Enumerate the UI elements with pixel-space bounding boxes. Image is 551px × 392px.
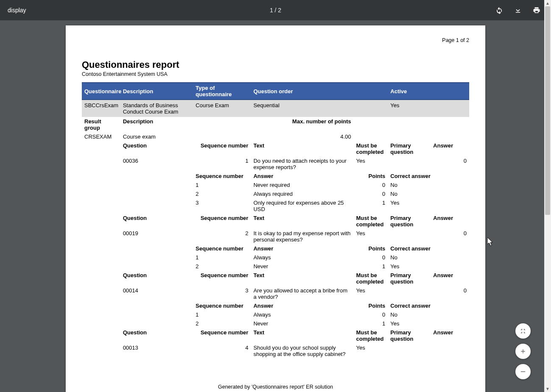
label-answer: Answer bbox=[431, 214, 469, 229]
download-icon[interactable] bbox=[514, 6, 522, 14]
answer-correct: Yes bbox=[388, 198, 469, 214]
question-answer-value: 0 bbox=[431, 286, 469, 301]
question-seq: 1 bbox=[193, 156, 251, 172]
answer-seq: 2 bbox=[193, 189, 251, 198]
answer-seq: 2 bbox=[193, 319, 251, 328]
page-1: Page 1 of 2 Questionnaires report Contos… bbox=[66, 25, 485, 392]
answer-points: 0 bbox=[353, 253, 388, 262]
floating-buttons bbox=[515, 323, 531, 379]
label-must-complete: Must be completed bbox=[353, 141, 388, 156]
label-ans-points: Points bbox=[353, 172, 388, 181]
zoom-out-button[interactable] bbox=[515, 364, 531, 379]
document-title: display bbox=[5, 7, 26, 14]
label-ans-seq: Sequence number bbox=[193, 244, 251, 253]
question-answer-value bbox=[431, 343, 469, 359]
rotate-icon[interactable] bbox=[495, 6, 504, 14]
label-question: Question bbox=[120, 214, 193, 229]
answer-text: Always required bbox=[251, 189, 353, 198]
questionnaire-id: SBCCrsExam bbox=[82, 100, 120, 117]
answer-text: Never required bbox=[251, 181, 353, 189]
report-title: Questionnaires report bbox=[82, 59, 469, 70]
label-seq: Sequence number bbox=[193, 328, 251, 343]
footer-note: Generated by 'Questionnaires report' ER … bbox=[82, 384, 469, 390]
label-seq: Sequence number bbox=[193, 141, 251, 156]
report-table: QuestionnaireDescriptionType of question… bbox=[82, 82, 469, 359]
answer-seq: 1 bbox=[193, 253, 251, 262]
answer-correct: No bbox=[388, 253, 469, 262]
question-text: Do you need to attach receipts to your e… bbox=[251, 156, 353, 172]
label-question: Question bbox=[120, 271, 193, 286]
question-text: It is okay to pad my expense report with… bbox=[251, 229, 353, 244]
question-primary bbox=[388, 343, 431, 359]
report-subtitle: Contoso Entertainment System USA bbox=[82, 71, 469, 77]
label-seq: Sequence number bbox=[193, 271, 251, 286]
zoom-in-button[interactable] bbox=[515, 344, 531, 359]
scroll-down-arrow[interactable]: ▼ bbox=[545, 386, 550, 392]
label-answer: Answer bbox=[431, 271, 469, 286]
question-must-complete: Yes bbox=[353, 229, 388, 244]
question-seq: 3 bbox=[193, 286, 251, 301]
answer-seq: 1 bbox=[193, 310, 251, 319]
fit-to-page-button[interactable] bbox=[515, 323, 531, 339]
col-questionnaire: Questionnaire bbox=[82, 83, 120, 100]
label-text: Text bbox=[251, 271, 353, 286]
label-ans-answer: Answer bbox=[251, 172, 353, 181]
scroll-up-arrow[interactable]: ▲ bbox=[545, 0, 550, 6]
question-text: Are you allowed to accept a bribe from a… bbox=[251, 286, 353, 301]
answer-correct: No bbox=[388, 181, 469, 189]
answer-text: Only required for expenses above 25 USD bbox=[251, 198, 353, 214]
print-icon[interactable] bbox=[532, 6, 541, 14]
answer-correct: Yes bbox=[388, 319, 469, 328]
label-ans-seq: Sequence number bbox=[193, 172, 251, 181]
question-primary bbox=[388, 156, 431, 172]
question-answer-value: 0 bbox=[431, 156, 469, 172]
label-ans-correct: Correct answer bbox=[388, 172, 469, 181]
question-must-complete: Yes bbox=[353, 286, 388, 301]
vertical-scrollbar[interactable]: ▲ ▼ bbox=[544, 0, 551, 392]
answer-points: 0 bbox=[353, 310, 388, 319]
page-indicator: 1 / 2 bbox=[270, 7, 281, 14]
label-ans-correct: Correct answer bbox=[388, 244, 469, 253]
label-must-complete: Must be completed bbox=[353, 328, 388, 343]
label-primary-q: Primary question bbox=[388, 271, 431, 286]
label-text: Text bbox=[251, 214, 353, 229]
label-text: Text bbox=[251, 328, 353, 343]
pdf-toolbar: display 1 / 2 bbox=[0, 0, 551, 20]
questionnaire-desc: Standards of Business Conduct Course Exa… bbox=[120, 100, 193, 117]
label-text: Text bbox=[251, 141, 353, 156]
label-question: Question bbox=[120, 141, 193, 156]
label-ans-answer: Answer bbox=[251, 244, 353, 253]
toolbar-actions bbox=[495, 6, 546, 14]
label-result-group: Result group bbox=[82, 117, 120, 132]
questionnaire-active: Yes bbox=[388, 100, 469, 117]
document-scroll-area[interactable]: Page 1 of 2 Questionnaires report Contos… bbox=[0, 20, 551, 392]
answer-text: Never bbox=[251, 319, 353, 328]
page-number-label: Page 1 of 2 bbox=[82, 37, 469, 43]
answer-correct: Yes bbox=[388, 262, 469, 271]
answer-points: 1 bbox=[353, 198, 388, 214]
answer-seq: 3 bbox=[193, 198, 251, 214]
question-id: 00036 bbox=[120, 156, 193, 172]
scrollbar-track[interactable] bbox=[544, 6, 551, 386]
answer-text: Always bbox=[251, 310, 353, 319]
answer-points: 1 bbox=[353, 262, 388, 271]
question-id: 00014 bbox=[120, 286, 193, 301]
question-text: Should you do your school supply shoppin… bbox=[251, 343, 353, 359]
label-primary-q: Primary question bbox=[388, 214, 431, 229]
question-id: 00013 bbox=[120, 343, 193, 359]
questionnaire-order: Sequential bbox=[251, 100, 388, 117]
scrollbar-thumb[interactable] bbox=[545, 6, 550, 215]
label-answer: Answer bbox=[431, 328, 469, 343]
questionnaire-type: Course Exam bbox=[193, 100, 251, 117]
label-ans-points: Points bbox=[353, 301, 388, 310]
label-ans-seq: Sequence number bbox=[193, 301, 251, 310]
col-order: Question order bbox=[251, 83, 388, 100]
label-rg-description: Description bbox=[120, 117, 193, 132]
label-max-points: Max. number of points bbox=[193, 117, 354, 132]
question-id: 00019 bbox=[120, 229, 193, 244]
question-seq: 2 bbox=[193, 229, 251, 244]
answer-points: 1 bbox=[353, 319, 388, 328]
label-primary-q: Primary question bbox=[388, 328, 431, 343]
question-answer-value: 0 bbox=[431, 229, 469, 244]
result-group-id: CRSEXAM bbox=[82, 132, 120, 141]
